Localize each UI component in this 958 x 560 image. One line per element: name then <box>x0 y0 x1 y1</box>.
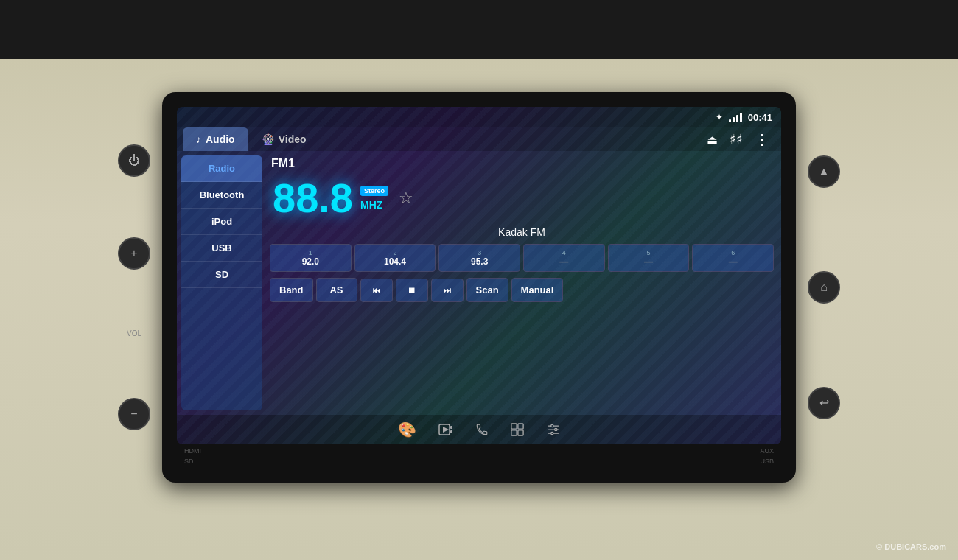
svg-point-16 <box>550 432 553 434</box>
nav-button[interactable]: ▲ <box>808 155 840 188</box>
status-time: 00:41 <box>748 112 772 123</box>
band-button[interactable]: Band <box>270 278 313 302</box>
svg-rect-5 <box>517 424 522 429</box>
source-ipod[interactable]: iPod <box>181 209 262 235</box>
eject-icon[interactable]: ⏏ <box>707 133 718 147</box>
tab-controls: ⏏ ♯♯ ⋮ <box>707 130 775 148</box>
svg-rect-3 <box>450 430 452 433</box>
freq-unit-group: Stereo MHZ <box>360 186 388 211</box>
frequency-display: 88.8 <box>273 178 353 219</box>
apps-nav-icon <box>511 423 524 436</box>
manual-button[interactable]: Manual <box>511 278 564 302</box>
main-content: Radio Bluetooth iPod USB SD <box>177 151 781 415</box>
settings-nav-icon <box>546 422 561 437</box>
signal-bars <box>729 112 742 122</box>
nav-video[interactable] <box>438 424 453 435</box>
preset-3[interactable]: 3 95.3 <box>438 244 520 272</box>
stereo-badge: Stereo <box>360 186 388 196</box>
tab-video[interactable]: 🎡 Video <box>248 127 320 151</box>
signal-bar-4 <box>740 113 742 122</box>
usb-label: USB <box>760 458 774 465</box>
video-nav-icon <box>438 424 453 435</box>
audio-tab-label: Audio <box>206 133 235 145</box>
signal-bar-2 <box>733 117 735 122</box>
power-button[interactable]: ⏻ <box>118 144 150 177</box>
video-tab-label: Video <box>279 133 307 145</box>
preset-row: 1 92.0 2 104.4 3 95.3 4 <box>267 242 777 273</box>
nav-settings[interactable] <box>546 422 561 437</box>
left-side-buttons: ⏻ + VOL − <box>118 92 150 483</box>
vol-down-button[interactable]: − <box>118 398 150 430</box>
sd-label: SD <box>184 458 201 465</box>
preset-5[interactable]: 5 — <box>608 244 690 272</box>
stop-button[interactable]: ⏹ <box>396 279 428 302</box>
tab-bar: ♪ Audio 🎡 Video ⏏ ♯♯ ⋮ <box>177 127 781 151</box>
source-bluetooth[interactable]: Bluetooth <box>181 182 262 209</box>
home-button[interactable]: ⌂ <box>808 271 840 304</box>
preset-2[interactable]: 2 104.4 <box>354 244 436 272</box>
bottom-labels: HDMI SD AUX USB <box>177 444 781 468</box>
back-button[interactable]: ↩ <box>808 387 840 419</box>
control-row: Band AS ⏮ ⏹ ⏭ <box>267 276 777 304</box>
tab-audio[interactable]: ♪ Audio <box>183 127 248 151</box>
status-bar: ✦ 00:41 <box>177 107 781 127</box>
watermark: © DUBICARS.com <box>876 542 946 551</box>
plus-icon: + <box>130 247 137 260</box>
next-icon: ⏭ <box>443 285 452 295</box>
svg-point-10 <box>550 424 553 427</box>
right-side-buttons: ▲ ⌂ ↩ <box>808 92 840 483</box>
source-sd[interactable]: SD <box>181 262 262 288</box>
video-tab-icon: 🎡 <box>262 133 274 145</box>
minus-icon: − <box>130 407 137 421</box>
signal-bar-3 <box>736 115 738 122</box>
menu-icon[interactable]: ⋮ <box>755 130 769 148</box>
radio-area: FM1 88.8 Stereo MHZ ☆ Kadak FM <box>267 155 777 410</box>
source-sidebar: Radio Bluetooth iPod USB SD <box>181 155 262 410</box>
fm-band-label: FM1 <box>271 157 295 170</box>
next-button[interactable]: ⏭ <box>431 279 464 302</box>
equalizer-icon[interactable]: ♯♯ <box>730 131 743 147</box>
audio-tab-icon: ♪ <box>196 133 201 145</box>
svg-rect-2 <box>450 426 452 429</box>
hdmi-label: HDMI <box>184 447 201 455</box>
screen: ✦ 00:41 ♪ Audio 🎡 Video <box>177 107 781 444</box>
svg-marker-1 <box>443 427 449 433</box>
preset-1[interactable]: 1 92.0 <box>270 244 352 272</box>
bottom-nav: 🎨 <box>177 415 781 444</box>
svg-point-13 <box>554 428 556 430</box>
nav-icon: ▲ <box>818 165 830 178</box>
power-icon: ⏻ <box>128 154 140 167</box>
station-name: Kadak FM <box>267 225 777 239</box>
nav-media[interactable]: 🎨 <box>398 421 416 438</box>
phone-nav-icon <box>475 423 489 436</box>
preset-6[interactable]: 6 — <box>692 244 774 272</box>
preset-4[interactable]: 4 — <box>523 244 605 272</box>
vol-label: VOL <box>127 329 141 337</box>
car-panel: ⏻ + VOL − ▲ ⌂ ↩ ✦ <box>0 0 958 560</box>
source-usb[interactable]: USB <box>181 235 262 262</box>
svg-rect-6 <box>511 430 516 435</box>
nav-apps[interactable] <box>511 423 524 436</box>
source-radio[interactable]: Radio <box>181 155 262 182</box>
svg-rect-7 <box>517 430 522 435</box>
prev-button[interactable]: ⏮ <box>360 279 393 302</box>
vol-up-button[interactable]: + <box>118 237 150 270</box>
freq-unit: MHZ <box>360 199 388 211</box>
top-strip <box>0 0 958 59</box>
fm-label-row: FM1 <box>267 155 777 172</box>
nav-phone[interactable] <box>475 423 489 436</box>
signal-bar-1 <box>729 119 731 122</box>
as-button[interactable]: AS <box>316 278 357 302</box>
stop-icon: ⏹ <box>408 285 416 295</box>
home-icon: ⌂ <box>820 281 828 294</box>
favorite-star-icon[interactable]: ☆ <box>399 189 413 208</box>
back-icon: ↩ <box>819 396 829 410</box>
scan-button[interactable]: Scan <box>466 278 508 302</box>
freq-display: 88.8 Stereo MHZ ☆ <box>267 175 777 222</box>
prev-icon: ⏮ <box>372 285 381 295</box>
svg-rect-4 <box>511 424 516 429</box>
aux-label: AUX <box>760 447 774 455</box>
bluetooth-icon: ✦ <box>716 112 723 122</box>
head-unit: ⏻ + VOL − ▲ ⌂ ↩ ✦ <box>162 92 796 483</box>
